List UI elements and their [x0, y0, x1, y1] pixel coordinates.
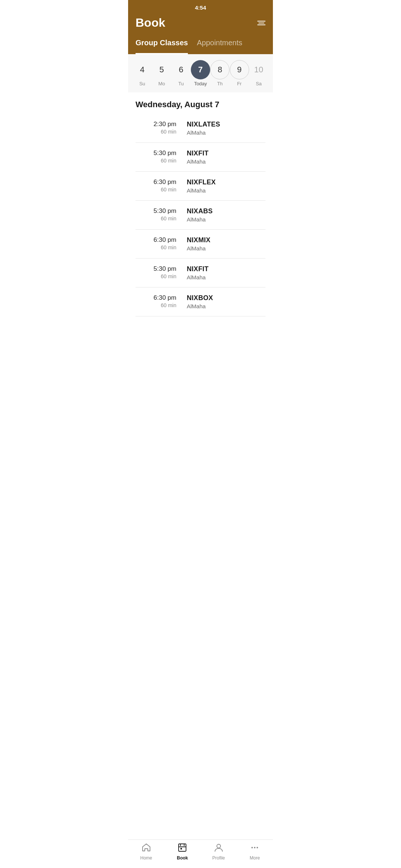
class-time: 5:30 pm 60 min: [136, 149, 176, 164]
status-bar: 4:54: [128, 0, 273, 13]
class-info: NIXBOX AlMaha: [187, 294, 265, 309]
day-number-10: 10: [249, 60, 268, 79]
day-label-6: Tu: [178, 81, 184, 86]
calendar-day-10[interactable]: 10 Sa: [249, 60, 268, 86]
class-info: NIXMIX AlMaha: [187, 236, 265, 251]
header: Book: [128, 13, 273, 36]
class-time: 5:30 pm 60 min: [136, 265, 176, 279]
content-section: Wednesday, August 7 2:30 pm 60 min NIXLA…: [128, 92, 273, 350]
date-heading: Wednesday, August 7: [136, 92, 265, 114]
list-item[interactable]: 5:30 pm 60 min NIXFIT AlMaha: [136, 259, 265, 287]
day-number-8: 8: [210, 60, 229, 79]
class-info: NIXABS AlMaha: [187, 207, 265, 223]
list-item[interactable]: 6:30 pm 60 min NIXFLEX AlMaha: [136, 172, 265, 201]
list-item[interactable]: 5:30 pm 60 min NIXABS AlMaha: [136, 201, 265, 230]
day-label-7: Today: [194, 81, 207, 86]
tab-appointments[interactable]: Appointments: [197, 36, 242, 54]
class-time: 2:30 pm 60 min: [136, 121, 176, 135]
page-title: Book: [136, 16, 165, 30]
day-number-7: 7: [191, 60, 210, 79]
calendar-day-5[interactable]: 5 Mo: [152, 60, 171, 86]
tabs-container: Group Classes Appointments: [128, 36, 273, 54]
class-info: NIXLATES AlMaha: [187, 121, 265, 136]
calendar-day-7[interactable]: 7 Today: [191, 60, 210, 86]
day-label-5: Mo: [158, 81, 165, 86]
class-info: NIXFLEX AlMaha: [187, 178, 265, 194]
class-time: 6:30 pm 60 min: [136, 294, 176, 308]
calendar-day-9[interactable]: 9 Fr: [230, 60, 249, 86]
time-display: 4:54: [195, 4, 206, 11]
list-item[interactable]: 5:30 pm 60 min NIXFIT AlMaha: [136, 143, 265, 172]
day-number-5: 5: [152, 60, 171, 79]
day-label-9: Fr: [237, 81, 241, 86]
calendar-day-8[interactable]: 8 Th: [210, 60, 229, 86]
day-number-9: 9: [230, 60, 249, 79]
day-label-8: Th: [217, 81, 223, 86]
list-item[interactable]: 6:30 pm 60 min NIXMIX AlMaha: [136, 230, 265, 259]
calendar-days: 4 Su 5 Mo 6 Tu 7 Today 8 Th 9 Fr 10: [133, 60, 268, 86]
calendar-day-6[interactable]: 6 Tu: [172, 60, 191, 86]
calendar-day-4[interactable]: 4 Su: [133, 60, 152, 86]
tab-group-classes[interactable]: Group Classes: [136, 36, 188, 54]
list-item[interactable]: 6:30 pm 60 min NIXBOX AlMaha: [136, 287, 265, 316]
day-number-6: 6: [172, 60, 191, 79]
class-list: 2:30 pm 60 min NIXLATES AlMaha 5:30 pm 6…: [136, 114, 265, 316]
class-time: 6:30 pm 60 min: [136, 236, 176, 250]
day-label-10: Sa: [256, 81, 262, 86]
calendar-section: 4 Su 5 Mo 6 Tu 7 Today 8 Th 9 Fr 10: [128, 54, 273, 92]
filter-button[interactable]: [257, 21, 265, 25]
day-number-4: 4: [133, 60, 152, 79]
class-info: NIXFIT AlMaha: [187, 265, 265, 280]
class-info: NIXFIT AlMaha: [187, 149, 265, 165]
list-item[interactable]: 2:30 pm 60 min NIXLATES AlMaha: [136, 114, 265, 143]
day-label-4: Su: [139, 81, 145, 86]
class-time: 6:30 pm 60 min: [136, 178, 176, 193]
class-time: 5:30 pm 60 min: [136, 207, 176, 221]
